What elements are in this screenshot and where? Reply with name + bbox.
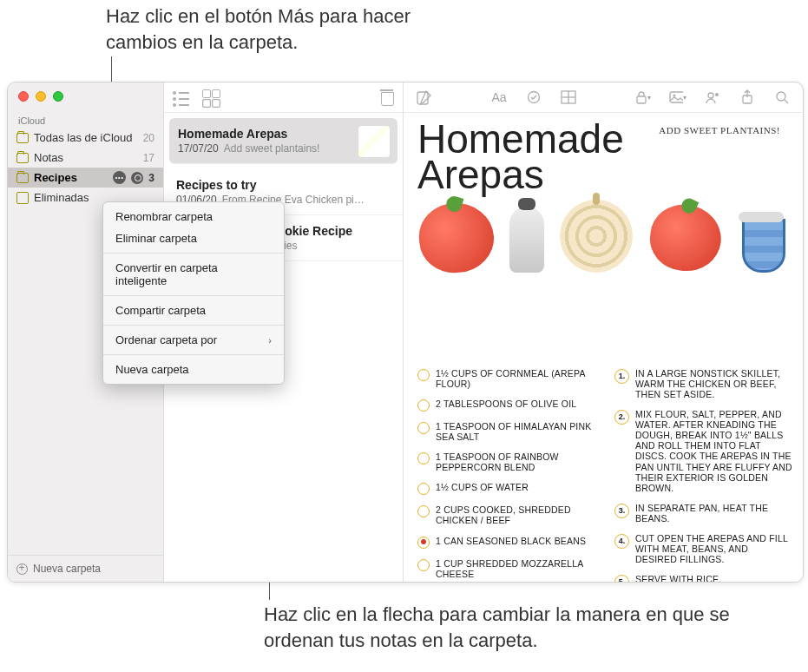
chevron-right-icon: › <box>268 335 272 346</box>
onion-illustration <box>560 200 633 273</box>
menu-rename-folder[interactable]: Renombrar carpeta <box>103 206 284 227</box>
window-controls <box>8 82 163 114</box>
svg-line-12 <box>785 100 788 103</box>
folder-icon <box>16 153 29 163</box>
compose-icon[interactable] <box>416 89 433 105</box>
menu-separator <box>103 295 284 296</box>
sidebar-item-notas[interactable]: Notas 17 <box>8 148 163 168</box>
note-annotation: ADD SWEET PLANTAINS! <box>659 125 780 135</box>
sidebar-item-recipes[interactable]: Recipes 3 <box>8 168 163 188</box>
new-folder-button[interactable]: Nueva carpeta <box>8 555 163 582</box>
svg-point-9 <box>715 93 719 96</box>
note-editor: Aa ▾ ▾ HomemadeArepas ADD SWEET PLANTAIN… <box>404 82 803 582</box>
callout-bottom: Haz clic en la flecha para cambiar la ma… <box>264 602 732 653</box>
shared-icon <box>131 172 143 184</box>
folder-context-menu: Renombrar carpeta Eliminar carpeta Conve… <box>102 201 285 385</box>
menu-separator <box>103 354 284 355</box>
shaker-illustration <box>509 207 544 273</box>
svg-point-8 <box>708 93 713 98</box>
more-icon[interactable] <box>113 171 126 184</box>
table-icon[interactable] <box>560 89 577 105</box>
fullscreen-window-button[interactable] <box>53 91 63 102</box>
tomato-illustration <box>647 201 724 274</box>
menu-separator <box>103 325 284 326</box>
folder-icon <box>16 173 29 183</box>
menu-convert-smart[interactable]: Convertir en carpeta inteligente <box>103 257 284 292</box>
trash-icon <box>16 192 29 204</box>
svg-point-1 <box>529 92 540 103</box>
sidebar-section-label: iCloud <box>8 114 163 128</box>
steps-column: 1.In a large nonstick skillet, warm the … <box>614 368 792 582</box>
sidebar-item-count: 20 <box>143 132 154 144</box>
close-window-button[interactable] <box>18 91 29 102</box>
ingredients-column: 1½ cups of cornmeal (arepa flour) 2 tabl… <box>417 368 595 582</box>
new-folder-label: Nueva carpeta <box>33 563 101 575</box>
plus-icon <box>16 563 28 575</box>
view-gallery-button[interactable] <box>202 89 220 105</box>
menu-separator <box>103 253 284 254</box>
minimize-window-button[interactable] <box>36 91 46 102</box>
cup-illustration <box>739 214 787 273</box>
menu-share-folder[interactable]: Compartir carpeta <box>103 300 284 321</box>
sidebar-item-label: Recipes <box>34 171 77 184</box>
note-title: Recipes to try <box>176 178 391 192</box>
list-toolbar <box>164 82 403 113</box>
callout-top: Haz clic en el botón Más para hacer camb… <box>106 3 470 55</box>
delete-note-button[interactable] <box>380 89 394 105</box>
sidebar-item-label: Todas las de iCloud <box>34 131 132 144</box>
view-list-button[interactable] <box>173 89 190 105</box>
sidebar-item-label: Notas <box>34 151 63 164</box>
editor-toolbar: Aa ▾ ▾ <box>404 82 803 113</box>
search-icon[interactable] <box>773 89 791 105</box>
sidebar-item-count: 3 <box>148 172 154 184</box>
collaborate-icon[interactable] <box>704 89 721 105</box>
sidebar-item-all-icloud[interactable]: Todas las de iCloud 20 <box>8 128 163 148</box>
media-icon[interactable]: ▾ <box>669 89 686 105</box>
menu-sort-folder[interactable]: Ordenar carpeta por› <box>103 329 284 351</box>
svg-point-11 <box>777 92 785 101</box>
note-item-homemade-arepas[interactable]: Homemade Arepas 17/07/20Add sweet planta… <box>169 118 397 164</box>
svg-rect-5 <box>637 96 646 103</box>
svg-point-7 <box>673 95 676 97</box>
lock-icon[interactable]: ▾ <box>634 89 652 105</box>
recipe-content: 1½ cups of cornmeal (arepa flour) 2 tabl… <box>417 368 792 582</box>
svg-rect-6 <box>670 92 683 102</box>
share-icon[interactable] <box>739 89 756 105</box>
checklist-icon[interactable] <box>525 89 542 105</box>
note-canvas[interactable]: HomemadeArepas ADD SWEET PLANTAINS! 1½ c… <box>404 113 803 582</box>
tomato-illustration <box>417 201 496 275</box>
menu-delete-folder[interactable]: Eliminar carpeta <box>103 227 284 249</box>
folder-icon <box>16 133 29 143</box>
sidebar-item-label: Eliminadas <box>34 191 89 204</box>
illustration-row <box>419 200 787 273</box>
sidebar-item-count: 17 <box>143 152 154 164</box>
menu-new-folder[interactable]: Nueva carpeta <box>103 359 284 380</box>
note-thumbnail <box>358 125 391 158</box>
format-icon[interactable]: Aa <box>490 89 508 105</box>
